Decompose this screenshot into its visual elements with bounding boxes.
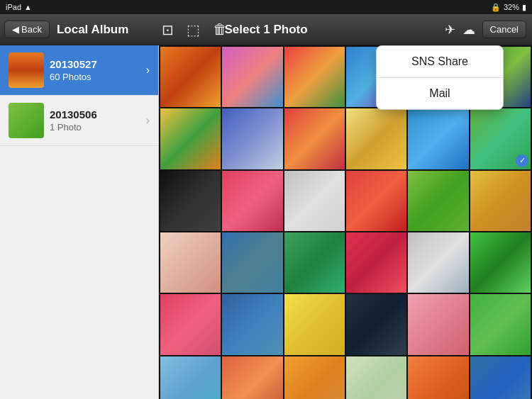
select-title: Select 1 Photo (224, 23, 307, 36)
photo-cell-19[interactable] (222, 232, 282, 293)
photo-cell-0[interactable] (160, 47, 221, 107)
photo-cell-11[interactable]: ✓ (470, 108, 531, 169)
nav-center-title: Select 1 Photo (224, 23, 307, 37)
album-count-0: 60 Photos (50, 72, 146, 82)
album-date-1: 20130506 (50, 108, 146, 120)
status-bar: iPad ▲ 🔒 32% ▮ (0, 0, 532, 14)
photo-cell-6[interactable] (160, 108, 221, 169)
photo-cell-15[interactable] (346, 171, 406, 231)
sidebar-title: Local Album (54, 23, 128, 37)
carrier-label: iPad (6, 3, 21, 11)
wifi-icon: ▲ (24, 3, 32, 11)
album-chevron-1: › (146, 114, 150, 127)
nav-bar: ◀ Back Local Album ⊡ ⬚ 🗑 Select 1 Photo … (0, 14, 532, 45)
photo-cell-25[interactable] (222, 294, 282, 354)
nav-left: ◀ Back Local Album (0, 21, 128, 38)
album-thumb-0 (9, 52, 44, 88)
photo-cell-30[interactable] (160, 356, 221, 399)
album-item-1[interactable]: 20130506 1 Photo › (0, 96, 158, 146)
nav-right: ✈ ☁ Cancel (445, 21, 526, 38)
cloud-icon[interactable]: ☁ (462, 22, 475, 38)
photo-cell-16[interactable] (408, 171, 468, 231)
rotate-icon[interactable]: ⬚ (187, 21, 200, 38)
photo-cell-12[interactable] (160, 171, 221, 231)
album-chevron-0: › (146, 64, 150, 77)
album-date-0: 20130527 (50, 58, 146, 70)
photo-cell-33[interactable] (346, 356, 406, 399)
battery-label: 32% (504, 3, 519, 11)
battery-icon: ▮ (522, 3, 526, 12)
album-info-1: 20130506 1 Photo (50, 108, 146, 133)
photo-cell-13[interactable] (222, 171, 282, 231)
photo-cell-31[interactable] (222, 356, 282, 399)
album-count-1: 1 Photo (50, 122, 146, 133)
cancel-label: Cancel (490, 24, 519, 35)
photo-cell-14[interactable] (284, 171, 345, 231)
photo-cell-26[interactable] (284, 294, 345, 354)
photo-cell-27[interactable] (346, 294, 406, 354)
nav-actions: ⊡ ⬚ 🗑 (162, 21, 227, 38)
photo-cell-20[interactable] (284, 232, 345, 293)
photo-cell-8[interactable] (284, 108, 345, 169)
cancel-button[interactable]: Cancel (482, 21, 526, 38)
mail-item[interactable]: Mail (377, 78, 503, 109)
photo-cell-29[interactable] (470, 294, 531, 354)
share-icon[interactable]: ✈ (445, 22, 455, 38)
photo-cell-32[interactable] (284, 356, 345, 399)
check-badge-11: ✓ (516, 154, 528, 167)
lock-icon: 🔒 (491, 3, 501, 12)
photo-cell-24[interactable] (160, 294, 221, 354)
photo-cell-18[interactable] (160, 232, 221, 293)
photo-cell-35[interactable] (470, 356, 531, 399)
album-info-0: 20130527 60 Photos (50, 58, 146, 82)
sidebar: 20130527 60 Photos › 20130506 1 Photo › (0, 45, 159, 399)
album-item-0[interactable]: 20130527 60 Photos › (0, 45, 158, 96)
photo-cell-21[interactable] (346, 232, 406, 293)
photo-cell-10[interactable] (408, 108, 468, 169)
photo-cell-9[interactable] (346, 108, 406, 169)
album-thumb-1 (9, 103, 44, 138)
crop-icon[interactable]: ⊡ (162, 21, 174, 38)
back-button[interactable]: ◀ Back (4, 21, 50, 38)
photo-cell-23[interactable] (470, 232, 531, 293)
photo-cell-7[interactable] (222, 108, 282, 169)
dropdown-menu: SNS Share Mail (376, 45, 504, 110)
photo-cell-17[interactable] (470, 171, 531, 231)
photo-cell-34[interactable] (408, 356, 468, 399)
photo-cell-28[interactable] (408, 294, 468, 354)
photo-cell-1[interactable] (222, 47, 282, 107)
sns-share-item[interactable]: SNS Share (377, 46, 503, 78)
back-label: Back (21, 24, 42, 35)
photo-cell-22[interactable] (408, 232, 468, 293)
photo-cell-2[interactable] (284, 47, 345, 107)
back-chevron-icon: ◀ (12, 24, 19, 35)
